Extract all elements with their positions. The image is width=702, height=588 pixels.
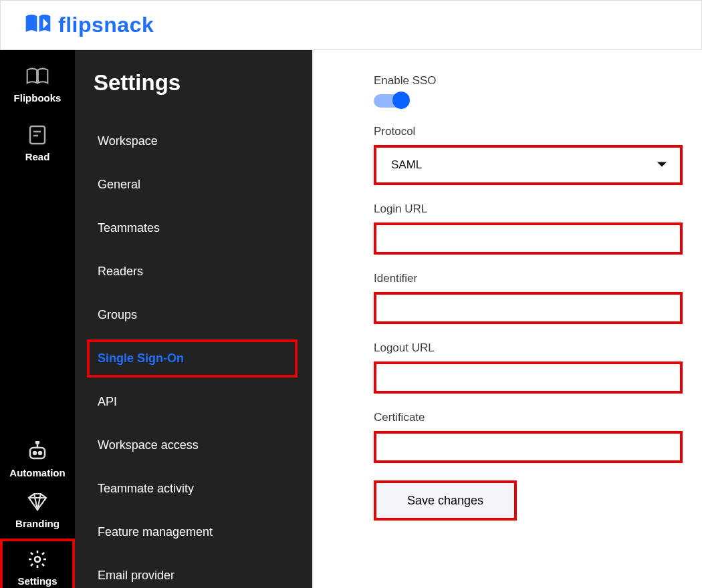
certificate-input[interactable]: [374, 431, 683, 463]
protocol-select[interactable]: SAML: [374, 145, 683, 185]
protocol-label: Protocol: [374, 125, 693, 138]
toggle-knob: [392, 92, 410, 109]
logout-url-input[interactable]: [374, 361, 683, 394]
certificate-group: Certificate: [374, 411, 693, 463]
enable-sso-label: Enable SSO: [374, 74, 693, 88]
save-changes-button[interactable]: Save changes: [374, 480, 517, 521]
rail-label: Automation: [9, 467, 65, 478]
menu-item-teammate-activity[interactable]: Teammate activity: [87, 470, 298, 508]
protocol-value: SAML: [391, 158, 422, 172]
login-url-label: Login URL: [374, 202, 693, 216]
svg-point-8: [35, 557, 40, 562]
settings-sidebar: Settings Workspace General Teammates Rea…: [75, 50, 312, 588]
rail-label: Branding: [15, 518, 60, 529]
menu-item-workspace-access[interactable]: Workspace access: [87, 426, 298, 464]
menu-item-feature-management[interactable]: Feature management: [87, 513, 298, 551]
rail-label: Read: [25, 151, 50, 162]
rail-item-settings[interactable]: Settings: [0, 539, 75, 588]
book-icon: [25, 14, 51, 37]
rail-label: Flipbooks: [14, 92, 62, 104]
layout: Flipbooks Read: [0, 50, 702, 588]
svg-point-4: [33, 452, 36, 454]
identifier-group: Identifier: [374, 272, 693, 324]
menu-item-single-sign-on[interactable]: Single Sign-On: [87, 339, 298, 378]
book-open-icon: [26, 66, 49, 88]
menu-item-general[interactable]: General: [87, 166, 298, 204]
gear-icon: [26, 549, 49, 571]
svg-point-7: [36, 441, 39, 444]
sidebar-title: Settings: [87, 70, 298, 96]
page-icon: [26, 125, 49, 147]
identifier-label: Identifier: [374, 272, 693, 285]
menu-item-teammates[interactable]: Teammates: [87, 209, 298, 247]
login-url-input[interactable]: [374, 223, 683, 255]
rail-label: Settings: [17, 575, 57, 587]
svg-point-5: [39, 452, 41, 454]
brand-name: flipsnack: [58, 13, 154, 37]
certificate-label: Certificate: [374, 411, 693, 424]
rail-item-branding[interactable]: Branding: [0, 488, 75, 532]
brand: flipsnack: [25, 13, 154, 37]
rail-item-read[interactable]: Read: [0, 121, 75, 165]
sso-settings-panel: Enable SSO Protocol SAML Login URL Ident…: [312, 50, 702, 588]
enable-sso-group: Enable SSO: [374, 74, 693, 108]
rail-item-flipbooks[interactable]: Flipbooks: [0, 62, 75, 106]
menu-item-api[interactable]: API: [87, 383, 298, 421]
robot-icon: [26, 441, 49, 463]
chevron-down-icon: [656, 158, 668, 172]
logout-url-label: Logout URL: [374, 341, 693, 355]
nav-rail: Flipbooks Read: [0, 50, 75, 588]
rail-item-automation[interactable]: Automation: [0, 437, 75, 481]
menu-item-email-provider[interactable]: Email provider: [87, 557, 298, 588]
menu-item-groups[interactable]: Groups: [87, 296, 298, 334]
svg-rect-3: [30, 448, 45, 458]
logout-url-group: Logout URL: [374, 341, 693, 394]
menu-item-readers[interactable]: Readers: [87, 253, 298, 291]
enable-sso-toggle[interactable]: [374, 94, 407, 108]
protocol-group: Protocol SAML: [374, 125, 693, 185]
settings-menu: Workspace General Teammates Readers Grou…: [87, 122, 298, 588]
menu-item-workspace[interactable]: Workspace: [87, 122, 298, 160]
app-header: flipsnack: [0, 0, 702, 50]
login-url-group: Login URL: [374, 202, 693, 255]
diamond-icon: [26, 492, 49, 514]
identifier-input[interactable]: [374, 292, 683, 324]
save-row: Save changes: [374, 480, 693, 521]
